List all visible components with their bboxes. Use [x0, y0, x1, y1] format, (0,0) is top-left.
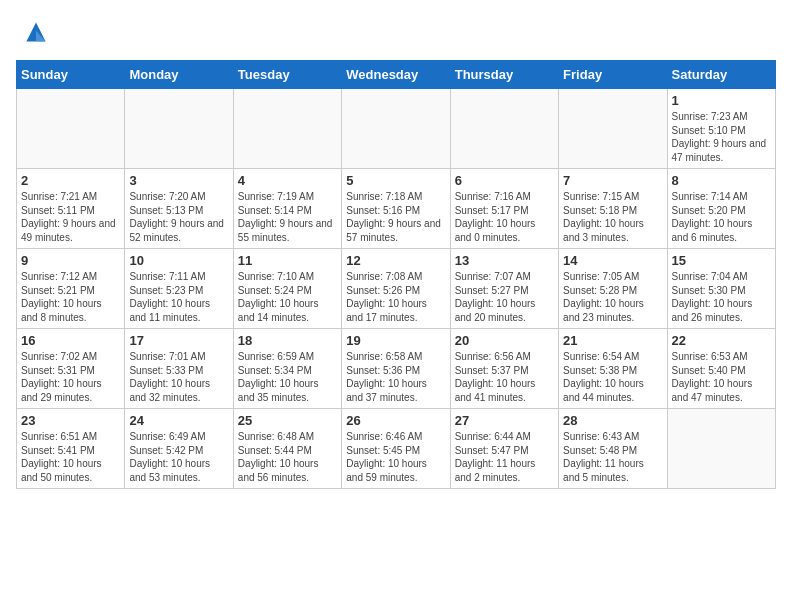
calendar-cell: 6Sunrise: 7:16 AM Sunset: 5:17 PM Daylig…: [450, 169, 558, 249]
day-number: 24: [129, 413, 228, 428]
day-number: 20: [455, 333, 554, 348]
logo: [16, 16, 52, 48]
calendar-cell: [450, 89, 558, 169]
day-number: 18: [238, 333, 337, 348]
calendar-cell: 2Sunrise: 7:21 AM Sunset: 5:11 PM Daylig…: [17, 169, 125, 249]
day-info: Sunrise: 6:58 AM Sunset: 5:36 PM Dayligh…: [346, 350, 445, 404]
day-info: Sunrise: 6:48 AM Sunset: 5:44 PM Dayligh…: [238, 430, 337, 484]
calendar-cell: 22Sunrise: 6:53 AM Sunset: 5:40 PM Dayli…: [667, 329, 775, 409]
calendar-cell: 16Sunrise: 7:02 AM Sunset: 5:31 PM Dayli…: [17, 329, 125, 409]
calendar-cell: 17Sunrise: 7:01 AM Sunset: 5:33 PM Dayli…: [125, 329, 233, 409]
weekday-header: Sunday: [17, 61, 125, 89]
calendar-cell: 23Sunrise: 6:51 AM Sunset: 5:41 PM Dayli…: [17, 409, 125, 489]
calendar-cell: 28Sunrise: 6:43 AM Sunset: 5:48 PM Dayli…: [559, 409, 667, 489]
calendar-cell: 3Sunrise: 7:20 AM Sunset: 5:13 PM Daylig…: [125, 169, 233, 249]
calendar-cell: 5Sunrise: 7:18 AM Sunset: 5:16 PM Daylig…: [342, 169, 450, 249]
calendar-cell: 11Sunrise: 7:10 AM Sunset: 5:24 PM Dayli…: [233, 249, 341, 329]
calendar-cell: 15Sunrise: 7:04 AM Sunset: 5:30 PM Dayli…: [667, 249, 775, 329]
day-number: 4: [238, 173, 337, 188]
day-number: 6: [455, 173, 554, 188]
day-number: 10: [129, 253, 228, 268]
calendar-cell: 7Sunrise: 7:15 AM Sunset: 5:18 PM Daylig…: [559, 169, 667, 249]
page-header: [16, 16, 776, 48]
day-info: Sunrise: 7:07 AM Sunset: 5:27 PM Dayligh…: [455, 270, 554, 324]
day-info: Sunrise: 6:59 AM Sunset: 5:34 PM Dayligh…: [238, 350, 337, 404]
day-info: Sunrise: 7:21 AM Sunset: 5:11 PM Dayligh…: [21, 190, 120, 244]
day-info: Sunrise: 7:12 AM Sunset: 5:21 PM Dayligh…: [21, 270, 120, 324]
calendar-cell: 21Sunrise: 6:54 AM Sunset: 5:38 PM Dayli…: [559, 329, 667, 409]
day-info: Sunrise: 6:56 AM Sunset: 5:37 PM Dayligh…: [455, 350, 554, 404]
day-info: Sunrise: 7:02 AM Sunset: 5:31 PM Dayligh…: [21, 350, 120, 404]
calendar-cell: 9Sunrise: 7:12 AM Sunset: 5:21 PM Daylig…: [17, 249, 125, 329]
day-number: 22: [672, 333, 771, 348]
day-number: 21: [563, 333, 662, 348]
calendar-cell: 10Sunrise: 7:11 AM Sunset: 5:23 PM Dayli…: [125, 249, 233, 329]
day-info: Sunrise: 6:51 AM Sunset: 5:41 PM Dayligh…: [21, 430, 120, 484]
day-info: Sunrise: 7:23 AM Sunset: 5:10 PM Dayligh…: [672, 110, 771, 164]
day-info: Sunrise: 7:18 AM Sunset: 5:16 PM Dayligh…: [346, 190, 445, 244]
calendar-cell: 25Sunrise: 6:48 AM Sunset: 5:44 PM Dayli…: [233, 409, 341, 489]
calendar-week-row: 1Sunrise: 7:23 AM Sunset: 5:10 PM Daylig…: [17, 89, 776, 169]
calendar-cell: [559, 89, 667, 169]
day-info: Sunrise: 7:10 AM Sunset: 5:24 PM Dayligh…: [238, 270, 337, 324]
calendar-week-row: 16Sunrise: 7:02 AM Sunset: 5:31 PM Dayli…: [17, 329, 776, 409]
page-container: SundayMondayTuesdayWednesdayThursdayFrid…: [0, 0, 792, 497]
day-number: 16: [21, 333, 120, 348]
day-info: Sunrise: 6:53 AM Sunset: 5:40 PM Dayligh…: [672, 350, 771, 404]
calendar-cell: 14Sunrise: 7:05 AM Sunset: 5:28 PM Dayli…: [559, 249, 667, 329]
day-number: 17: [129, 333, 228, 348]
day-number: 11: [238, 253, 337, 268]
weekday-header-row: SundayMondayTuesdayWednesdayThursdayFrid…: [17, 61, 776, 89]
weekday-header: Monday: [125, 61, 233, 89]
day-info: Sunrise: 6:49 AM Sunset: 5:42 PM Dayligh…: [129, 430, 228, 484]
day-info: Sunrise: 7:20 AM Sunset: 5:13 PM Dayligh…: [129, 190, 228, 244]
calendar-cell: 24Sunrise: 6:49 AM Sunset: 5:42 PM Dayli…: [125, 409, 233, 489]
day-info: Sunrise: 6:46 AM Sunset: 5:45 PM Dayligh…: [346, 430, 445, 484]
calendar-cell: 1Sunrise: 7:23 AM Sunset: 5:10 PM Daylig…: [667, 89, 775, 169]
calendar-table: SundayMondayTuesdayWednesdayThursdayFrid…: [16, 60, 776, 489]
calendar-week-row: 23Sunrise: 6:51 AM Sunset: 5:41 PM Dayli…: [17, 409, 776, 489]
calendar-cell: 19Sunrise: 6:58 AM Sunset: 5:36 PM Dayli…: [342, 329, 450, 409]
calendar-cell: [342, 89, 450, 169]
day-number: 26: [346, 413, 445, 428]
calendar-cell: 8Sunrise: 7:14 AM Sunset: 5:20 PM Daylig…: [667, 169, 775, 249]
day-info: Sunrise: 7:15 AM Sunset: 5:18 PM Dayligh…: [563, 190, 662, 244]
calendar-cell: [125, 89, 233, 169]
calendar-week-row: 9Sunrise: 7:12 AM Sunset: 5:21 PM Daylig…: [17, 249, 776, 329]
day-info: Sunrise: 6:54 AM Sunset: 5:38 PM Dayligh…: [563, 350, 662, 404]
day-info: Sunrise: 7:11 AM Sunset: 5:23 PM Dayligh…: [129, 270, 228, 324]
calendar-cell: 4Sunrise: 7:19 AM Sunset: 5:14 PM Daylig…: [233, 169, 341, 249]
day-info: Sunrise: 7:19 AM Sunset: 5:14 PM Dayligh…: [238, 190, 337, 244]
day-number: 14: [563, 253, 662, 268]
calendar-cell: 18Sunrise: 6:59 AM Sunset: 5:34 PM Dayli…: [233, 329, 341, 409]
day-info: Sunrise: 7:04 AM Sunset: 5:30 PM Dayligh…: [672, 270, 771, 324]
day-number: 1: [672, 93, 771, 108]
day-number: 23: [21, 413, 120, 428]
day-info: Sunrise: 7:14 AM Sunset: 5:20 PM Dayligh…: [672, 190, 771, 244]
day-number: 3: [129, 173, 228, 188]
weekday-header: Wednesday: [342, 61, 450, 89]
weekday-header: Thursday: [450, 61, 558, 89]
day-info: Sunrise: 7:01 AM Sunset: 5:33 PM Dayligh…: [129, 350, 228, 404]
day-number: 25: [238, 413, 337, 428]
day-number: 2: [21, 173, 120, 188]
day-info: Sunrise: 6:44 AM Sunset: 5:47 PM Dayligh…: [455, 430, 554, 484]
weekday-header: Tuesday: [233, 61, 341, 89]
calendar-cell: 26Sunrise: 6:46 AM Sunset: 5:45 PM Dayli…: [342, 409, 450, 489]
day-info: Sunrise: 7:16 AM Sunset: 5:17 PM Dayligh…: [455, 190, 554, 244]
day-number: 9: [21, 253, 120, 268]
day-number: 8: [672, 173, 771, 188]
day-info: Sunrise: 7:08 AM Sunset: 5:26 PM Dayligh…: [346, 270, 445, 324]
calendar-cell: [233, 89, 341, 169]
calendar-week-row: 2Sunrise: 7:21 AM Sunset: 5:11 PM Daylig…: [17, 169, 776, 249]
day-number: 7: [563, 173, 662, 188]
weekday-header: Saturday: [667, 61, 775, 89]
weekday-header: Friday: [559, 61, 667, 89]
calendar-cell: [17, 89, 125, 169]
day-number: 28: [563, 413, 662, 428]
logo-icon: [20, 16, 52, 48]
day-number: 19: [346, 333, 445, 348]
day-info: Sunrise: 7:05 AM Sunset: 5:28 PM Dayligh…: [563, 270, 662, 324]
calendar-cell: 12Sunrise: 7:08 AM Sunset: 5:26 PM Dayli…: [342, 249, 450, 329]
calendar-cell: 27Sunrise: 6:44 AM Sunset: 5:47 PM Dayli…: [450, 409, 558, 489]
